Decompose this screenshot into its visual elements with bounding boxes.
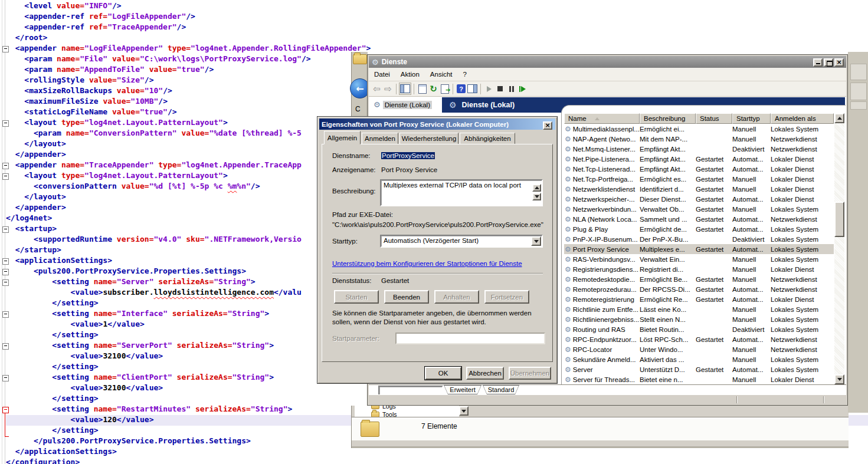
column-header-name[interactable]: Name [564, 113, 640, 124]
maximize-button[interactable] [824, 58, 833, 67]
service-row[interactable]: ⚙Remoteprozedurau...Der RPCSS-Di...Gesta… [564, 284, 834, 294]
column-header-anmelden-als[interactable]: Anmelden als [771, 113, 834, 124]
vertical-scrollbar[interactable] [834, 113, 844, 384]
services-titlebar[interactable]: ⚙ Dienste × [369, 56, 846, 68]
service-row[interactable]: ⚙Netzwerkspeicher-...Dieser Dienst...Ges… [564, 194, 834, 204]
scrollbar-thumb[interactable] [834, 202, 844, 237]
fold-collapse-icon[interactable] [2, 226, 9, 233]
scroll-down-button[interactable] [532, 193, 541, 200]
service-row[interactable]: ⚙Routing und RASBietet Routin...Deaktivi… [564, 324, 834, 334]
service-row[interactable]: ⚙Remotedesktopdie...Ermöglicht Be...Gest… [564, 274, 834, 284]
dropdown-button[interactable] [459, 406, 469, 416]
menu-ansicht[interactable]: Ansicht [425, 70, 458, 79]
stop-service-button[interactable] [494, 83, 506, 94]
restart-service-button[interactable] [517, 83, 528, 94]
console-tree-item-dienste-lokal[interactable]: ⚙ Dienste (Lokal) [371, 99, 434, 110]
fold-collapse-icon[interactable] [2, 343, 9, 350]
start-params-input[interactable] [395, 333, 545, 344]
stop-button[interactable]: Beenden [384, 290, 429, 304]
service-row[interactable]: ⚙Net.Tcp-Portfreiga...Ermöglicht es...Ge… [564, 174, 834, 184]
help-button[interactable]: ? [456, 83, 467, 94]
refresh-button[interactable]: ↻ [428, 83, 439, 94]
extended-view-button[interactable] [467, 83, 478, 94]
startup-options-help-link[interactable]: Unterstützung beim Konfigurieren der Sta… [332, 260, 522, 267]
apply-button[interactable]: Übernehmen [509, 367, 551, 380]
fold-collapse-icon[interactable] [2, 269, 9, 275]
close-button[interactable]: × [834, 58, 844, 67]
fold-collapse-icon[interactable] [2, 46, 9, 52]
code-line[interactable]: </root> [6, 33, 868, 44]
service-row[interactable]: ⚙Richtlinie zum Entfe...Lässt eine Ko...… [564, 304, 834, 314]
column-header-status[interactable]: Status [696, 113, 732, 124]
start-service-button[interactable] [483, 83, 494, 94]
pause-service-button[interactable] [506, 83, 517, 94]
fold-collapse-icon[interactable] [2, 407, 9, 413]
code-line[interactable]: <appender name="LogFileAppender" type="l… [6, 44, 868, 54]
start-button[interactable]: Starten [334, 290, 379, 304]
service-row[interactable]: ⚙Sekundäre Anmeld...Aktiviert das ...Man… [564, 354, 834, 364]
pause-button[interactable]: Anhalten [434, 290, 479, 304]
tab-anmelden[interactable]: Anmelden [362, 133, 398, 144]
service-row[interactable]: ⚙RAS-Verbindungsv...Verwaltet Ein...Manu… [564, 254, 834, 264]
service-row[interactable]: ⚙Net.Msmq-Listener...Empfängt Akt...Deak… [564, 144, 834, 154]
service-row[interactable]: ⚙RPC-LocatorUnter Windo...ManuellNetzwer… [564, 344, 834, 354]
export-list-button[interactable]: ➔ [439, 83, 450, 94]
code-line[interactable]: </configuration> [6, 458, 868, 464]
service-row[interactable]: ⚙RemoteregistrierungErmöglicht Re...Gest… [564, 294, 834, 304]
fold-collapse-icon[interactable] [2, 311, 9, 318]
fold-collapse-icon[interactable] [2, 120, 9, 127]
service-row[interactable]: ⚙Net.Tcp-Listenerad...Empfängt Akt...Ges… [564, 164, 834, 174]
code-line[interactable]: <appender-ref ref="TraceAppender"/> [6, 22, 868, 33]
tab-allgemein[interactable]: Allgemein [324, 131, 361, 144]
ok-button[interactable]: OK [425, 367, 461, 380]
menu-aktion[interactable]: Aktion [395, 70, 425, 79]
code-line[interactable]: </applicationSettings> [6, 447, 868, 458]
code-line[interactable]: <level value="INFO"/> [6, 1, 868, 12]
combo-dropdown-button[interactable] [531, 236, 541, 246]
menu-hilfe[interactable]: ? [458, 70, 472, 79]
column-header-beschreibung[interactable]: Beschreibung [640, 113, 696, 124]
service-row[interactable]: ⚙Plug & PlayErmöglicht de...GestartetAut… [564, 224, 834, 234]
service-row[interactable]: ⚙Registrierungsdiens...Registriert di...… [564, 264, 834, 274]
resume-button[interactable]: Fortsetzen [484, 290, 529, 304]
service-row[interactable]: ⚙Netzwerkverbindun...Verwaltet Ob...Gest… [564, 204, 834, 214]
service-row[interactable]: ⚙Port Proxy ServiceMultiplexes e...Gesta… [564, 244, 834, 254]
scroll-up-button[interactable] [532, 184, 541, 192]
fold-collapse-icon[interactable] [2, 163, 9, 169]
minimize-button[interactable] [813, 58, 823, 67]
folder-list[interactable]: Logs Tools [355, 406, 459, 417]
dialog-titlebar[interactable]: Eigenschaften von Port Proxy Service (Lo… [319, 119, 555, 130]
column-header-starttyp[interactable]: Starttyp [732, 113, 771, 124]
service-row[interactable]: ⚙ServerUnterstützt D...GestartetAutomat.… [564, 364, 834, 374]
service-row[interactable]: ⚙Net.Pipe-Listenera...Empfängt Akt...Ges… [564, 154, 834, 164]
service-row[interactable]: ⚙Multimediaklassenpl...Ermöglicht ei...M… [564, 124, 834, 134]
scroll-down-button[interactable] [834, 374, 844, 384]
tab-wiederherstellung[interactable]: Wiederherstellung [399, 133, 458, 144]
list-item[interactable]: Tools [371, 410, 397, 417]
cancel-button[interactable]: Abbrechen [466, 367, 504, 380]
service-row[interactable]: ⚙NLA (Network Loca...Sammelt und ...Gest… [564, 214, 834, 224]
start-type-combobox[interactable]: Automatisch (Verzögerter Start) [380, 235, 543, 248]
fold-collapse-icon[interactable] [2, 173, 9, 180]
tab-erweitert[interactable]: Erweitert [444, 385, 482, 394]
fold-collapse-icon[interactable] [2, 258, 9, 265]
back-button[interactable]: ⇦ [371, 83, 382, 94]
show-console-tree-button[interactable] [399, 83, 411, 95]
service-row[interactable]: ⚙NetzwerklistendienstIdentifiziert d...G… [564, 184, 834, 194]
menu-datei[interactable]: Datei [369, 70, 395, 79]
forward-button[interactable]: ⇨ [382, 83, 394, 94]
service-name-value[interactable]: PortProxyService [381, 152, 435, 159]
service-row[interactable]: ⚙RPC-Endpunktzuor...Löst RPC-Sch...Gesta… [564, 334, 834, 344]
fold-collapse-icon[interactable] [2, 375, 9, 381]
code-line[interactable]: <appender-ref ref="LogFileAppender"/> [6, 12, 868, 22]
close-button[interactable]: × [543, 121, 552, 130]
service-row[interactable]: ⚙Server für Threads...Bietet eine n...Ma… [564, 374, 834, 384]
description-field[interactable]: Multiplexes external TCP/IP data on loca… [380, 179, 543, 206]
service-row[interactable]: ⚙Richtlinienergebniss...Stellt einen N..… [564, 314, 834, 324]
scroll-up-button[interactable] [834, 113, 844, 123]
tab-standard[interactable]: Standard [483, 385, 519, 394]
service-row[interactable]: ⚙PnP-X-IP-Busenum...Der PnP-X-Bu...Deakt… [564, 234, 834, 244]
properties-button[interactable] [417, 83, 428, 94]
service-row[interactable]: ⚙NAP-Agent (Netwo...Mit dem NAP-...Manue… [564, 134, 834, 144]
tab-abhaengigkeiten[interactable]: Abhängigkeiten [460, 133, 515, 144]
